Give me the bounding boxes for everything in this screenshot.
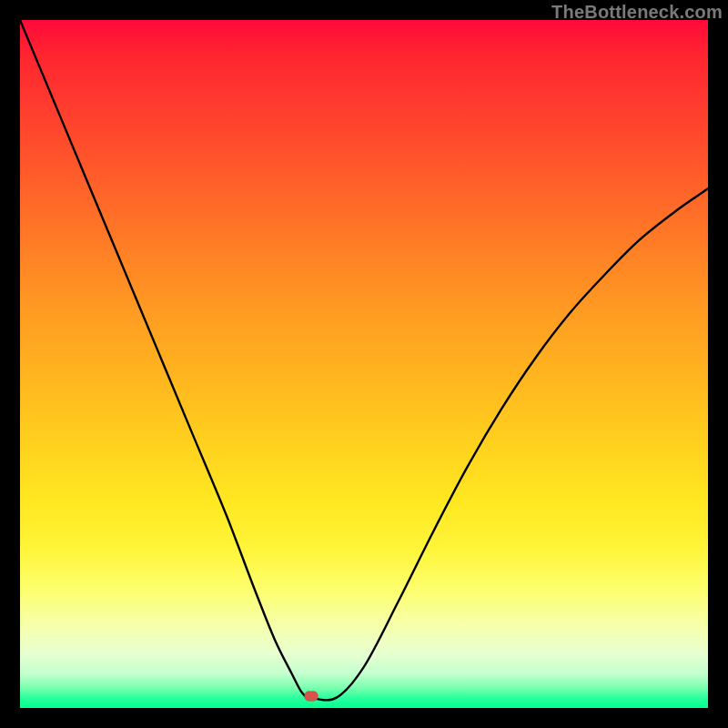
chart-frame: TheBottleneck.com — [0, 0, 728, 728]
plot-area — [20, 20, 708, 708]
curve-svg — [20, 20, 708, 708]
attribution-text: TheBottleneck.com — [551, 2, 723, 23]
minimum-marker — [304, 692, 318, 702]
bottleneck-curve — [20, 20, 708, 700]
